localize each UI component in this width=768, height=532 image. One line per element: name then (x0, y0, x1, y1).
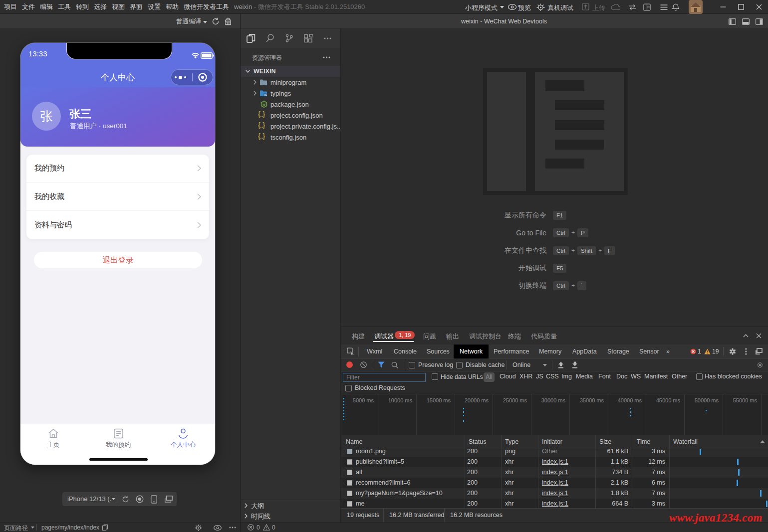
svg-text:js: js (262, 103, 265, 106)
svg-text:TS: TS (263, 93, 267, 96)
